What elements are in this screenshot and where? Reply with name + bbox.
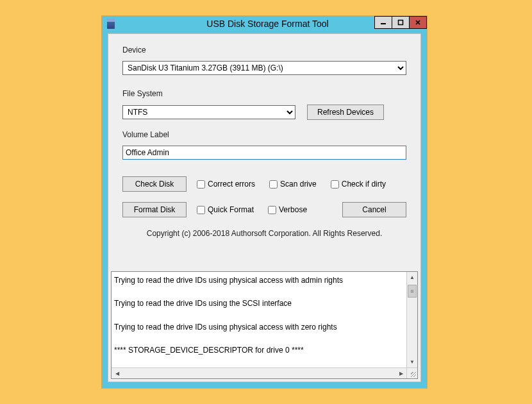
cancel-button[interactable]: Cancel — [342, 202, 406, 217]
svg-rect-1 — [399, 21, 403, 25]
close-icon — [415, 19, 421, 26]
log-line: Trying to read the drive IDs using physi… — [114, 276, 404, 285]
scroll-right-button[interactable]: ▶ — [395, 368, 406, 378]
log-panel: Trying to read the drive IDs using physi… — [111, 271, 418, 379]
volume-label-input[interactable] — [122, 146, 406, 160]
filesystem-label: File System — [122, 89, 406, 98]
minimize-button[interactable] — [374, 16, 392, 29]
quick-format-label: Quick Format — [208, 205, 254, 214]
format-disk-button[interactable]: Format Disk — [122, 202, 187, 217]
horizontal-scrollbar[interactable]: ◀ ▶ — [112, 367, 406, 378]
correct-errors-label: Correct errors — [208, 180, 255, 189]
resize-grip[interactable] — [406, 367, 417, 378]
scroll-thumb[interactable]: ≡ — [408, 285, 417, 298]
check-dirty-label: Check if dirty — [342, 180, 386, 189]
check-dirty-checkbox[interactable]: Check if dirty — [331, 180, 386, 189]
refresh-devices-button[interactable]: Refresh Devices — [307, 105, 384, 120]
chevron-right-icon: ▶ — [399, 371, 403, 376]
copyright-text: Copyright (c) 2006-2018 Authorsoft Corpo… — [122, 229, 406, 238]
check-row: Check Disk Correct errors Scan drive Che… — [122, 176, 406, 192]
maximize-icon — [397, 19, 404, 26]
maximize-button[interactable] — [392, 16, 410, 29]
log-line: **** STORAGE_DEVICE_DESCRIPTOR for drive… — [114, 346, 404, 355]
device-label: Device — [122, 46, 406, 55]
window-controls — [375, 16, 427, 29]
log-line: Trying to read the drive IDs using the S… — [114, 299, 404, 308]
client-area: Device SanDisk U3 Titanium 3.27GB (3911 … — [108, 33, 421, 382]
filesystem-row: NTFS Refresh Devices — [122, 105, 406, 120]
scroll-left-button[interactable]: ◀ — [112, 368, 122, 378]
scroll-down-button[interactable]: ▼ — [407, 357, 417, 367]
chevron-up-icon: ▲ — [410, 274, 415, 280]
vertical-scrollbar[interactable]: ▲ ≡ ▼ — [406, 272, 417, 367]
minimize-icon — [380, 19, 387, 26]
close-button[interactable] — [409, 16, 427, 29]
log-content[interactable]: Trying to read the drive IDs using physi… — [112, 272, 406, 367]
device-select[interactable]: SanDisk U3 Titanium 3.27GB (3911 MB) (G:… — [122, 61, 406, 75]
volume-label-label: Volume Label — [122, 130, 406, 139]
verbose-checkbox[interactable]: Verbose — [268, 205, 307, 214]
filesystem-select[interactable]: NTFS — [122, 105, 295, 119]
scan-drive-label: Scan drive — [280, 180, 317, 189]
chevron-left-icon: ◀ — [115, 371, 119, 376]
titlebar[interactable]: USB Disk Storage Format Tool — [102, 16, 427, 31]
quick-format-checkbox[interactable]: Quick Format — [197, 205, 254, 214]
app-icon — [107, 19, 115, 29]
check-disk-button[interactable]: Check Disk — [122, 176, 187, 192]
correct-errors-checkbox[interactable]: Correct errors — [197, 180, 255, 189]
scroll-up-button[interactable]: ▲ — [407, 272, 417, 283]
format-row: Format Disk Quick Format Verbose Cancel — [122, 202, 406, 217]
chevron-down-icon: ▼ — [410, 359, 415, 365]
form-area: Device SanDisk U3 Titanium 3.27GB (3911 … — [108, 34, 420, 248]
log-line: Trying to read the drive IDs using physi… — [114, 323, 404, 332]
app-window: USB Disk Storage Format Tool Device SanD… — [102, 16, 427, 388]
verbose-label: Verbose — [279, 205, 307, 214]
scan-drive-checkbox[interactable]: Scan drive — [269, 180, 317, 189]
